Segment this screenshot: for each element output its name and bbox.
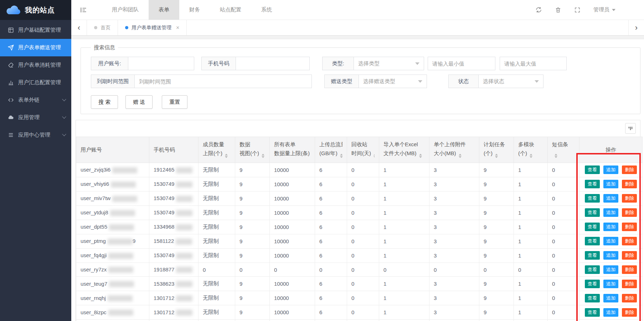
view-button[interactable]: 查看 <box>585 194 600 203</box>
cell-recycle: 0 <box>347 291 379 305</box>
sort-icon[interactable] <box>262 152 264 159</box>
min-value-input[interactable] <box>428 57 495 70</box>
col-header-traffic: 上传总流量 (GB/年) <box>315 137 347 163</box>
reset-button[interactable]: 重置 <box>162 95 187 109</box>
cell-attach-size: 3 <box>429 234 479 248</box>
delete-button[interactable]: 删除 <box>622 265 637 274</box>
sort-icon[interactable] <box>555 152 557 159</box>
view-button[interactable]: 查看 <box>585 237 600 245</box>
sidebar-item-user-form-consume[interactable]: 用户表单消耗管理 <box>0 56 71 74</box>
topnav-item-system[interactable]: 系统 <box>251 0 282 20</box>
cell-phone: 1530749 <box>149 248 199 263</box>
sort-icon[interactable] <box>530 152 532 159</box>
cell-tasks: 0 <box>479 263 514 277</box>
cell-recycle: 0 <box>347 163 379 177</box>
sort-icon[interactable] <box>225 152 228 159</box>
sort-icon[interactable] <box>459 152 462 159</box>
phone-input[interactable] <box>236 57 309 70</box>
sidebar-item-user-summary-config[interactable]: 用户汇总配置管理 <box>0 74 71 91</box>
view-button[interactable]: 查看 <box>585 180 600 188</box>
cell-data-views: 9 <box>235 291 270 305</box>
delete-button[interactable]: 删除 <box>622 251 637 260</box>
delete-button[interactable]: 删除 <box>622 280 637 288</box>
account-input[interactable] <box>128 57 194 70</box>
append-button[interactable]: 追加 <box>603 194 618 203</box>
topnav-item-site-config[interactable]: 站点配置 <box>210 0 251 20</box>
view-button[interactable]: 查看 <box>585 294 600 302</box>
sort-icon[interactable] <box>495 152 498 159</box>
delete-button[interactable]: 删除 <box>622 294 637 302</box>
sort-icon[interactable] <box>373 152 375 159</box>
topnav-item-users-teams[interactable]: 用户和团队 <box>102 0 149 20</box>
table-row: user_rnqhj 1301712 无限制 9 10000 6 0 1 3 9… <box>76 291 643 305</box>
delete-button[interactable]: 删除 <box>622 237 637 245</box>
sidebar-item-user-base-config[interactable]: 用户基础配置管理 <box>0 21 71 39</box>
chevron-down-icon <box>62 97 66 101</box>
append-button[interactable]: 追加 <box>603 251 618 260</box>
sidebar-item-form-external-link[interactable]: 表单外链 <box>0 91 71 109</box>
tabs-scroll-right[interactable]: › <box>628 20 644 35</box>
append-button[interactable]: 追加 <box>603 280 618 288</box>
view-button[interactable]: 查看 <box>585 223 600 231</box>
append-button[interactable]: 追加 <box>603 223 618 231</box>
status-select[interactable]: 选择状态 <box>479 75 543 88</box>
topnav-item-finance[interactable]: 财务 <box>179 0 210 20</box>
redaction-blur <box>176 295 192 301</box>
expire-field-group: 到期时间范围 <box>91 75 312 88</box>
view-button[interactable]: 查看 <box>585 251 600 260</box>
type-select[interactable]: 选择类型 <box>354 57 424 70</box>
delete-button[interactable]: 删除 <box>622 194 637 203</box>
delete-button[interactable]: 删除 <box>622 308 637 317</box>
refresh-icon[interactable] <box>535 6 542 13</box>
search-button[interactable]: 搜 索 <box>91 95 118 109</box>
list-icon <box>8 132 14 138</box>
append-button[interactable]: 追加 <box>603 265 618 274</box>
view-button[interactable]: 查看 <box>585 165 600 174</box>
max-value-input[interactable] <box>500 57 567 70</box>
view-button[interactable]: 查看 <box>585 308 600 317</box>
expire-range-input[interactable] <box>135 75 311 88</box>
top-navbar: 用户和团队 表单 财务 站点配置 系统 管理员 <box>71 0 644 20</box>
cell-account: user_ry7zx <box>76 263 149 277</box>
close-icon[interactable]: × <box>176 25 179 31</box>
trash-icon[interactable] <box>555 6 561 13</box>
cell-data-limit: 0 <box>270 263 315 277</box>
view-button[interactable]: 查看 <box>585 208 600 217</box>
admin-menu[interactable]: 管理员 <box>593 6 615 13</box>
delete-button[interactable]: 删除 <box>622 208 637 217</box>
cell-traffic: 0 <box>315 263 347 277</box>
view-button[interactable]: 查看 <box>585 265 600 274</box>
sidebar-item-app-center-management[interactable]: 应用中心管理 <box>0 126 71 144</box>
sort-icon[interactable] <box>340 152 342 159</box>
delete-button[interactable]: 删除 <box>622 180 637 188</box>
cell-actions: 查看 追加 删除 <box>579 191 643 205</box>
status-label: 状态 <box>449 75 479 88</box>
cell-traffic: 6 <box>315 320 347 321</box>
delete-button[interactable]: 删除 <box>622 223 637 231</box>
menu-toggle-icon[interactable] <box>80 6 87 14</box>
sidebar-item-label: 用户表单赠送管理 <box>18 44 61 51</box>
tab-bar: ‹ 首页 用户表单赠送管理 × › <box>71 20 644 36</box>
append-button[interactable]: 追加 <box>603 308 618 317</box>
append-button[interactable]: 追加 <box>603 294 618 302</box>
sidebar-item-user-form-gift[interactable]: 用户表单赠送管理 <box>0 39 71 56</box>
delete-button[interactable]: 删除 <box>622 165 637 174</box>
tab-user-form-gift[interactable]: 用户表单赠送管理 × <box>118 20 187 35</box>
append-button[interactable]: 追加 <box>603 237 618 245</box>
sidebar-item-app-management[interactable]: 应用管理 <box>0 109 71 126</box>
tab-home[interactable]: 首页 <box>87 20 118 35</box>
gift-type-select[interactable]: 选择赠送类型 <box>359 75 427 88</box>
tabs-scroll-left[interactable]: ‹ <box>71 20 87 35</box>
sidebar-nav: 用户基础配置管理 用户表单赠送管理 用户表单消耗管理 用户汇总配置管理 <box>0 20 71 144</box>
topnav-item-forms[interactable]: 表单 <box>149 0 179 20</box>
gift-button[interactable]: 赠 送 <box>125 95 153 109</box>
sidebar-item-label: 表单外链 <box>18 97 40 103</box>
sort-icon[interactable] <box>419 152 422 159</box>
view-button[interactable]: 查看 <box>585 280 600 288</box>
column-settings-button[interactable] <box>625 123 636 134</box>
fullscreen-icon[interactable] <box>574 7 581 13</box>
user-gift-table: 用户账号 手机号码 成员数量 上限(个) 数据 视图(个) <box>76 137 643 321</box>
append-button[interactable]: 追加 <box>603 180 618 188</box>
append-button[interactable]: 追加 <box>603 165 618 174</box>
append-button[interactable]: 追加 <box>603 208 618 217</box>
